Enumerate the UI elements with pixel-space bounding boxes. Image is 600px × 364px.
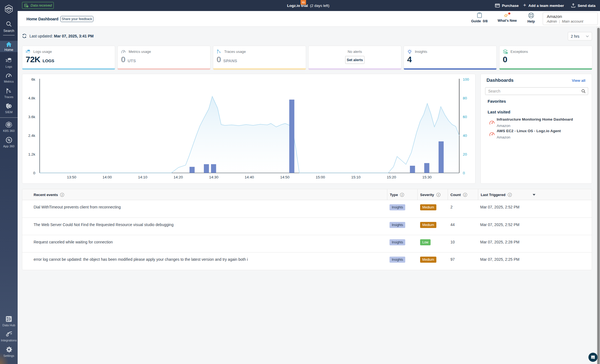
svg-text:15:00: 15:00	[316, 175, 325, 179]
svg-text:14:50: 14:50	[280, 175, 290, 179]
svg-text:15:20: 15:20	[387, 175, 396, 179]
svg-text:4.8k: 4.8k	[28, 96, 35, 100]
svg-text:14:10: 14:10	[138, 175, 147, 179]
svg-text:2.4k: 2.4k	[28, 134, 35, 138]
svg-text:15:30: 15:30	[422, 175, 432, 179]
svg-text:40: 40	[463, 134, 467, 138]
svg-text:14:20: 14:20	[174, 175, 183, 179]
svg-text:i: i	[465, 194, 466, 196]
svg-text:14:40: 14:40	[245, 175, 254, 179]
svg-text:15:10: 15:10	[351, 175, 361, 179]
svg-text:60: 60	[463, 115, 467, 119]
svg-text:80: 80	[463, 96, 467, 100]
svg-text:0: 0	[33, 171, 35, 175]
svg-text:i: i	[62, 194, 63, 196]
svg-text:14:30: 14:30	[209, 175, 218, 179]
svg-text:aws: aws	[302, 1, 305, 3]
svg-text:100: 100	[463, 77, 469, 82]
svg-text:13:50: 13:50	[67, 175, 76, 179]
svg-text:14:00: 14:00	[102, 175, 112, 179]
svg-text:i: i	[509, 194, 510, 196]
svg-text:1.2k: 1.2k	[28, 152, 35, 156]
svg-text:0: 0	[463, 171, 465, 175]
svg-text:i: i	[438, 194, 439, 196]
svg-text:i: i	[402, 194, 403, 196]
svg-text:6k: 6k	[31, 77, 36, 82]
svg-text:20: 20	[463, 152, 467, 156]
svg-text:3.6k: 3.6k	[28, 115, 35, 119]
